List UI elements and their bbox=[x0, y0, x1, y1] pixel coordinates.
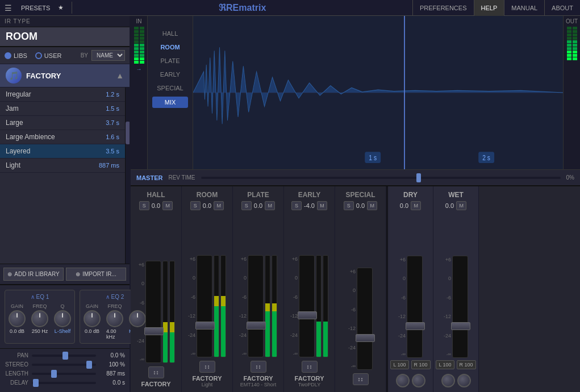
user-radio[interactable]: USER bbox=[35, 52, 62, 59]
rev-time-slider[interactable] bbox=[201, 177, 561, 179]
out-label: OUT bbox=[566, 18, 578, 24]
special-load-button[interactable]: ↕↕ bbox=[353, 373, 369, 385]
manual-button[interactable]: MANUAL bbox=[504, 0, 544, 16]
length-slider[interactable] bbox=[32, 373, 96, 375]
plate-mute-button[interactable]: M bbox=[265, 201, 275, 210]
dry-lr-row: L 100 R 100 bbox=[390, 360, 430, 369]
star-button[interactable]: ★ bbox=[55, 2, 67, 14]
wet-fader-track[interactable] bbox=[452, 256, 468, 358]
plate-channel-button[interactable]: PLATE bbox=[148, 55, 193, 67]
stereo-slider[interactable] bbox=[32, 364, 96, 366]
list-item[interactable]: Jam1.5 s bbox=[0, 102, 125, 116]
presets-button[interactable]: PRESETS bbox=[16, 2, 55, 14]
hall-fader-track[interactable] bbox=[145, 261, 161, 363]
nav-buttons: PREFERENCES HELP MANUAL ABOUT bbox=[412, 0, 580, 16]
early-solo-button[interactable]: S bbox=[291, 201, 302, 210]
early-fader-handle[interactable] bbox=[298, 311, 317, 319]
add-ir-library-button[interactable]: ⊕ ADD IR LIBRARY bbox=[3, 268, 64, 281]
special-fader-track[interactable] bbox=[357, 268, 373, 370]
mix-channel-button[interactable]: MIX bbox=[152, 97, 188, 108]
special-fader-handle[interactable] bbox=[356, 334, 375, 342]
room-mute-button[interactable]: M bbox=[214, 201, 224, 210]
wet-pan-l-knob[interactable] bbox=[441, 374, 455, 387]
preferences-button[interactable]: PREFERENCES bbox=[412, 0, 474, 16]
early-load-button[interactable]: ↕↕ bbox=[302, 361, 318, 373]
special-controls: S 0.0 M bbox=[344, 201, 377, 210]
early-channel-button[interactable]: EARLY bbox=[148, 68, 193, 81]
early-vu2 bbox=[323, 255, 328, 357]
list-item[interactable]: Light887 ms bbox=[0, 159, 125, 173]
libs-row: LIBS USER BY NAME SIZE bbox=[0, 47, 130, 64]
help-button[interactable]: HELP bbox=[474, 0, 504, 16]
hall-load-button[interactable]: ↕↕ bbox=[148, 366, 164, 378]
factory-header: 🎵 FACTORY ▲ bbox=[0, 64, 130, 87]
dry-pan-r-knob[interactable] bbox=[412, 374, 425, 387]
eq2-gain-knob[interactable] bbox=[84, 310, 101, 327]
hall-channel-button[interactable]: HALL bbox=[148, 27, 193, 40]
plate-fader-handle[interactable] bbox=[247, 322, 266, 330]
master-label: MASTER bbox=[136, 174, 162, 181]
hall-vu2 bbox=[169, 261, 175, 363]
list-item[interactable]: Large Ambience1.6 s bbox=[0, 130, 125, 144]
by-label: BY bbox=[81, 52, 88, 59]
eq2-q-knob[interactable] bbox=[129, 310, 146, 327]
list-item-layered[interactable]: Layered3.5 s bbox=[0, 144, 125, 159]
menu-icon[interactable]: ☰ bbox=[5, 3, 12, 12]
eq1-gain-knob[interactable] bbox=[9, 310, 26, 327]
special-solo-button[interactable]: S bbox=[344, 201, 354, 210]
room-fader-handle[interactable] bbox=[195, 322, 215, 330]
dry-pan-l-knob[interactable] bbox=[396, 374, 410, 387]
eq1-q-knob[interactable] bbox=[54, 310, 71, 327]
special-fader-area: +60-6-12-24-∞ bbox=[337, 214, 383, 370]
room-fader-track[interactable] bbox=[197, 255, 212, 357]
hall-mute-button[interactable]: M bbox=[162, 201, 173, 210]
room-load-button[interactable]: ↕↕ bbox=[199, 361, 215, 373]
wet-pan-r-knob[interactable] bbox=[457, 374, 471, 387]
delay-slider[interactable] bbox=[32, 382, 96, 384]
sort-select[interactable]: NAME SIZE bbox=[91, 50, 125, 61]
room-solo-button[interactable]: S bbox=[190, 201, 201, 210]
special-mute-button[interactable]: M bbox=[367, 201, 377, 210]
libs-radio[interactable]: LIBS bbox=[5, 52, 27, 59]
plate-fader-track[interactable] bbox=[248, 255, 264, 357]
hall-controls: S 0.0 M bbox=[139, 201, 173, 210]
hall-fader-handle[interactable] bbox=[144, 327, 164, 335]
list-item[interactable]: Irregular1.2 s bbox=[0, 87, 125, 102]
hall-solo-button[interactable]: S bbox=[139, 201, 149, 210]
eq1-freq-knob[interactable] bbox=[31, 310, 48, 327]
early-mute-button[interactable]: M bbox=[317, 201, 327, 210]
waveform-area: 1 s 2 s bbox=[193, 16, 563, 169]
early-fader-area: +60-6-12-24-∞ bbox=[286, 214, 332, 357]
dry-fader-handle[interactable] bbox=[406, 322, 425, 330]
eq2-freq-group: FREQ 4.00 kHz bbox=[106, 303, 123, 340]
logo-text: REmatrix bbox=[226, 3, 266, 12]
early-fader-track[interactable] bbox=[299, 255, 315, 357]
dry-mute-button[interactable]: M bbox=[411, 201, 421, 210]
eq1-q-group: Q L-Shelf bbox=[54, 303, 71, 334]
list-item[interactable]: Large3.7 s bbox=[0, 116, 125, 130]
wet-pan-knobs bbox=[441, 372, 471, 387]
special-strip: SPECIAL S 0.0 M +60-6-12-24-∞ bbox=[335, 186, 386, 392]
ir-list-scrollbar[interactable] bbox=[125, 87, 130, 264]
room-channel-button[interactable]: ROOM bbox=[148, 41, 193, 53]
about-button[interactable]: ABOUT bbox=[544, 0, 580, 16]
channel-buttons: HALL ROOM PLATE EARLY SPECIAL MIX bbox=[148, 16, 193, 169]
factory-icon: 🎵 bbox=[6, 68, 22, 84]
right-area: IN bbox=[131, 16, 580, 392]
input-vu-left bbox=[134, 27, 139, 64]
special-channel-button[interactable]: SPECIAL bbox=[148, 82, 193, 94]
plate-solo-button[interactable]: S bbox=[241, 201, 252, 210]
left-panel: IR TYPE ROOM LIBS USER BY NAME SIZE 🎵 FA… bbox=[0, 16, 131, 392]
wet-fader-handle[interactable] bbox=[451, 322, 470, 330]
plate-load-button[interactable]: ↕↕ bbox=[251, 361, 266, 373]
pan-slider[interactable] bbox=[32, 355, 96, 357]
import-ir-button[interactable]: ⊕ IMPORT IR... bbox=[66, 268, 126, 281]
ir-type-label: IR TYPE bbox=[5, 18, 31, 24]
dry-fader-track[interactable] bbox=[407, 256, 423, 358]
user-label: USER bbox=[44, 52, 62, 59]
wet-mute-button[interactable]: M bbox=[456, 201, 466, 210]
scroll-up-icon[interactable]: ▲ bbox=[116, 71, 124, 80]
input-arrows: → bbox=[136, 66, 142, 72]
eq1-title: ∧ EQ 1 bbox=[9, 294, 71, 300]
eq2-freq-knob[interactable] bbox=[106, 310, 123, 327]
